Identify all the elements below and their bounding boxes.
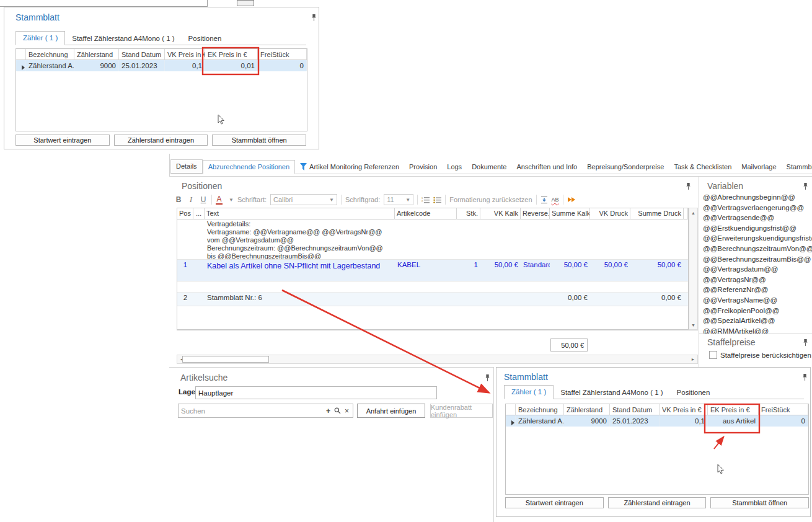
add-icon[interactable]: +	[326, 407, 330, 415]
bullet-list-icon[interactable]	[433, 197, 441, 203]
search-icon[interactable]	[334, 407, 341, 414]
cell-stand-datum[interactable]: 25.01.2023	[610, 415, 660, 427]
table-row-2[interactable]: 2 Stammblatt Nr.: 6 0,00 € 0,00 €	[177, 293, 688, 306]
scrollbar-thumb[interactable]	[182, 356, 269, 363]
pin-icon[interactable]	[484, 374, 491, 382]
col-bezeichnung[interactable]: Bezeichnung	[516, 404, 564, 415]
table-row[interactable]: Zählerstand A... 9000 25.01.2023 0,1 0,0…	[16, 60, 307, 71]
list-item[interactable]: @@ReferenzNr@@	[699, 286, 812, 296]
col-stand-datum[interactable]: Stand Datum	[610, 404, 660, 415]
numbered-list-icon[interactable]: 12	[421, 197, 430, 203]
apply-arrows-icon[interactable]	[567, 197, 576, 203]
tab-staffel[interactable]: Staffel Zählerstand A4Mono ( 1 )	[554, 386, 669, 399]
col-summe-druck[interactable]: Summe Druck	[630, 208, 684, 219]
cell-ek-preis[interactable]: aus Artikel	[708, 415, 759, 427]
scroll-right-icon[interactable]: ►	[689, 355, 697, 363]
list-item[interactable]: @@Abrechnungsbeginn@@	[699, 193, 812, 204]
schriftart-combobox[interactable]: Calibri▼	[270, 194, 337, 205]
col-ek-preis[interactable]: EK Preis in €	[205, 49, 258, 60]
cell-vk-preis[interactable]: 0,1	[660, 415, 708, 427]
cell-vk-kalk[interactable]: 50,00 €	[480, 260, 521, 281]
vertical-scrollbar[interactable]: ▲ ▼	[689, 208, 698, 330]
cell-summe-kalk[interactable]: 50,00 €	[550, 260, 590, 281]
list-item[interactable]: @@FreikopienPool@@	[699, 307, 812, 317]
cell-freistueck[interactable]: 0	[258, 60, 307, 71]
cell-vk-preis[interactable]: 0,1	[165, 60, 205, 71]
reset-format-button[interactable]: Formatierung zurücksetzen	[449, 196, 532, 203]
col-text[interactable]: Text	[205, 208, 395, 219]
table-row-vertragdetails[interactable]: Vertragdetails: Vertragsname: @@Vertragn…	[177, 219, 688, 260]
cell-ek-preis[interactable]: 0,01	[205, 60, 258, 71]
clear-icon[interactable]: ×	[345, 407, 349, 415]
cell-text[interactable]: Stammblatt Nr.: 6	[205, 293, 395, 306]
col-freistueck[interactable]: FreiStück	[258, 49, 307, 60]
cell-summe-kalk[interactable]: 0,00 €	[550, 293, 590, 306]
col-freistueck[interactable]: FreiStück	[759, 404, 808, 415]
list-item[interactable]: @@VertragsNr@@	[699, 276, 812, 286]
italic-button[interactable]: I	[187, 195, 195, 205]
insert-break-icon[interactable]	[541, 196, 548, 204]
startwert-button[interactable]: Startwert eintragen	[15, 135, 110, 146]
col-pos[interactable]: Pos	[177, 208, 193, 219]
bold-button[interactable]: B	[174, 195, 183, 204]
scroll-up-icon[interactable]: ▲	[689, 208, 697, 217]
cell-text[interactable]: Vertragdetails: Vertragsname: @@Vertragn…	[205, 219, 395, 259]
top-fragment-button[interactable]	[237, 0, 254, 6]
cell-bezeichnung[interactable]: Zählerstand A...	[516, 415, 564, 427]
list-item[interactable]: @@BerechnungszeitraumBis@@	[699, 255, 812, 266]
tab-bepreisung[interactable]: Bepreisung/Sonderpreise	[582, 161, 669, 174]
col-vk-druck[interactable]: VK Druck	[590, 208, 630, 219]
cell-stk[interactable]: 1	[457, 260, 480, 281]
stammblatt-oeffnen-button[interactable]: Stammblatt öffnen	[710, 497, 809, 508]
col-artikelcode[interactable]: Artikelcode	[395, 208, 457, 219]
list-item[interactable]: @@BerechnungszeitraumVon@@	[699, 245, 812, 255]
cell-bezeichnung[interactable]: Zählerstand A...	[26, 60, 74, 71]
cell-pos[interactable]: 2	[177, 293, 193, 306]
spellcheck-button[interactable]: AB	[552, 197, 559, 203]
tab-details[interactable]: Details	[170, 159, 203, 174]
pin-icon[interactable]	[311, 14, 317, 22]
cell-zaehlerstand[interactable]: 9000	[74, 60, 119, 71]
tab-mailvorlage[interactable]: Mailvorlage	[736, 161, 781, 174]
col-stk[interactable]: Stk.	[457, 208, 480, 219]
list-item[interactable]: @@Vertragsdatum@@	[699, 265, 812, 276]
list-item[interactable]: @@RMMArtikel@@	[699, 327, 812, 334]
list-item[interactable]: @@Vertragsende@@	[699, 214, 812, 224]
tab-anschriften[interactable]: Anschriften und Info	[511, 161, 582, 174]
staffelpreise-checkbox[interactable]	[709, 351, 717, 359]
tab-artikel-monitoring[interactable]: Artikel Monitoring Referenzen	[295, 161, 404, 174]
col-dots[interactable]: ...	[193, 208, 205, 219]
col-bezeichnung[interactable]: Bezeichnung	[26, 49, 74, 60]
pin-icon[interactable]	[802, 182, 809, 190]
font-color-button[interactable]: A	[216, 195, 223, 205]
list-item[interactable]: @@SpezialArtikel@@	[699, 317, 812, 327]
cell-summe-druck[interactable]: 0,00 €	[630, 293, 684, 306]
pin-icon[interactable]	[685, 182, 692, 190]
col-vk-kalk[interactable]: VK Kalk	[480, 208, 521, 219]
tab-provision[interactable]: Provision	[404, 161, 442, 174]
tab-positionen[interactable]: Positionen	[670, 386, 717, 399]
cell-summe-druck[interactable]: 50,00 €	[630, 260, 684, 281]
table-row-1[interactable]: 1 Kabel als Artikel ohne SN-Pflicht mit …	[177, 260, 688, 281]
underline-button[interactable]: U	[199, 195, 208, 204]
tab-stammblatt[interactable]: Stammblatt	[782, 161, 812, 174]
anfahrt-button[interactable]: Anfahrt einfügen	[357, 404, 425, 418]
tab-zaehler[interactable]: Zähler ( 1 )	[504, 385, 554, 399]
table-row[interactable]: Zählerstand A... 9000 25.01.2023 0,1 aus…	[506, 415, 808, 427]
startwert-button[interactable]: Startwert eintragen	[505, 497, 604, 508]
kundenrabatt-button[interactable]: Kundenrabatt einfügen	[430, 404, 493, 418]
font-color-caret-icon[interactable]: ▼	[229, 197, 234, 203]
cell-zaehlerstand[interactable]: 9000	[564, 415, 610, 427]
col-vk-preis[interactable]: VK Preis in €	[165, 49, 205, 60]
tab-dokumente[interactable]: Dokumente	[467, 161, 511, 174]
col-zaehlerstand[interactable]: Zählerstand	[74, 49, 119, 60]
tab-task-checklisten[interactable]: Task & Checklisten	[669, 161, 736, 174]
tab-positionen[interactable]: Positionen	[182, 32, 229, 45]
tab-logs[interactable]: Logs	[442, 161, 467, 174]
col-ek-preis[interactable]: EK Preis in €	[708, 404, 759, 415]
stammblatt-oeffnen-button[interactable]: Stammblatt öffnen	[212, 135, 306, 146]
cell-text[interactable]: Kabel als Artikel ohne SN-Pflicht mit La…	[205, 260, 395, 281]
horizontal-scrollbar[interactable]: ◄ ►	[177, 355, 698, 364]
list-item[interactable]: @@Vertragsverlaengerung@@	[699, 204, 812, 215]
list-item[interactable]: @@Erstkuendigungsfrist@@	[699, 224, 812, 235]
